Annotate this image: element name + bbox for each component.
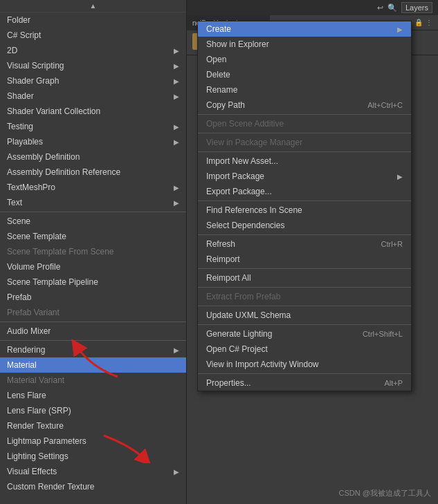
submenu-arrow-icon: ▶ [174, 199, 179, 207]
right-menu-item-label: Rename [206, 85, 237, 95]
menu-item-label: Audio Mixer [7, 326, 51, 336]
left-menu-item[interactable]: Lightmap Parameters [0, 433, 186, 449]
right-menu-item-label: Properties... [206, 378, 251, 388]
submenu-arrow-icon: ▶ [397, 173, 403, 180]
left-menu-item[interactable]: Visual Effects▶ [0, 464, 186, 479]
left-menu-item[interactable]: Text▶ [0, 195, 186, 210]
left-menu-item[interactable]: Assembly Definition Reference [0, 165, 186, 180]
left-menu-item: Prefab Variant [0, 305, 186, 320]
right-context-menu: Create▶Show in ExplorerOpenDeleteRenameC… [197, 21, 412, 391]
left-menu-item[interactable]: Testing▶ [0, 119, 186, 134]
left-menu-item[interactable]: 2D▶ [0, 43, 186, 58]
right-menu-item[interactable]: Import New Asset... [198, 153, 411, 169]
search-icon[interactable]: 🔍 [387, 3, 397, 12]
right-menu-item[interactable]: Update UXML Schema [198, 308, 411, 323]
right-menu-item[interactable]: Properties...Alt+P [198, 375, 411, 391]
menu-item-label: 2D [7, 46, 17, 55]
left-menu-item[interactable]: Custom Render Texture [0, 479, 186, 494]
left-menu-item[interactable]: Prefab [0, 290, 186, 305]
left-menu-item[interactable]: Material [0, 357, 186, 373]
right-menu-item[interactable]: Select Dependencies [198, 218, 411, 233]
right-menu-item-label: Generate Lighting [206, 329, 272, 339]
left-create-menu: ▲ FolderC# Script2D▶Visual Scripting▶Sha… [0, 0, 187, 504]
left-menu-item[interactable]: Shader Variant Collection [0, 104, 186, 119]
right-menu-item-label: Reimport All [206, 273, 251, 283]
right-menu-item[interactable]: Delete [198, 67, 411, 82]
menu-item-label: Lightmap Parameters [7, 436, 86, 446]
right-menu-separator [198, 151, 411, 152]
menu-item-label: Scene Template [7, 232, 66, 241]
right-menu-item-label: Copy Path [206, 100, 245, 110]
left-menu-item[interactable]: Rendering▶ [0, 342, 186, 357]
right-menu-item[interactable]: Rename [198, 82, 411, 97]
left-menu-item[interactable]: Shader▶ [0, 88, 186, 104]
menu-item-label: Shader Graph [7, 76, 59, 86]
right-menu-item-label: View in Import Activity Window [206, 360, 319, 369]
left-menu-item[interactable]: Shader Graph▶ [0, 73, 186, 88]
right-menu-item[interactable]: Reimport All [198, 270, 411, 286]
left-menu-item[interactable]: Playables▶ [0, 134, 186, 149]
right-menu-item-label: Open Scene Additive [206, 119, 284, 129]
left-menu-item[interactable]: Scene Template [0, 229, 186, 244]
menu-item-label: Visual Effects [7, 467, 57, 476]
menu-item-label: Playables [7, 137, 43, 147]
right-menu-separator [198, 200, 411, 201]
left-menu-item[interactable]: Volume Profile [0, 259, 186, 274]
left-menu-item[interactable]: Lighting Settings [0, 449, 186, 464]
menu-item-label: TextMeshPro [7, 183, 55, 192]
left-menu-item[interactable]: Visual Scripting▶ [0, 58, 186, 73]
menu-item-label: Volume Profile [7, 262, 60, 272]
right-menu-item-label: View in Package Manager [206, 138, 302, 147]
right-menu-item: Extract From Prefab [198, 289, 411, 304]
right-menu-item-label: Export Package... [206, 187, 272, 196]
right-menu-item[interactable]: Export Package... [198, 184, 411, 199]
right-menu-item[interactable]: Create▶ [198, 21, 411, 37]
menu-item-label: Lighting Settings [7, 451, 69, 461]
right-menu-separator [198, 133, 411, 133]
left-menu-item[interactable]: C# Script [0, 28, 186, 43]
menu-item-label: Scene Template From Scene [7, 247, 114, 256]
menu-item-label: Prefab [7, 292, 31, 302]
left-menu-item[interactable]: Lens Flare [0, 388, 186, 403]
shortcut-label: Alt+Ctrl+C [367, 101, 403, 109]
menu-item-label: Testing [7, 122, 33, 131]
left-menu-item[interactable]: Folder [0, 12, 186, 28]
right-menu-item[interactable]: Open [198, 52, 411, 67]
right-menu-item[interactable]: View in Import Activity Window [198, 357, 411, 372]
right-menu-item[interactable]: Copy PathAlt+Ctrl+C [198, 97, 411, 113]
right-menu-item[interactable]: Open C# Project [198, 342, 411, 357]
shortcut-label: Ctrl+Shift+L [363, 330, 403, 338]
undo-icon[interactable]: ↩ [377, 3, 383, 12]
right-menu-item-label: Extract From Prefab [206, 292, 280, 301]
left-menu-item[interactable]: Assembly Definition [0, 149, 186, 165]
menu-separator [0, 321, 186, 322]
right-menu-item[interactable]: Import Package▶ [198, 169, 411, 184]
right-menu-item[interactable]: Reimport [198, 252, 411, 267]
left-menu-item[interactable]: TextMeshPro▶ [0, 180, 186, 195]
left-menu-item[interactable]: Render Texture [0, 418, 186, 433]
right-menu-item[interactable]: RefreshCtrl+R [198, 236, 411, 252]
right-menu-separator [198, 324, 411, 325]
left-menu-item[interactable]: Audio Mixer [0, 324, 186, 339]
submenu-arrow-icon: ▶ [174, 123, 179, 131]
right-menu-item-label: Update UXML Schema [206, 310, 291, 320]
right-menu-item[interactable]: Generate LightingCtrl+Shift+L [198, 326, 411, 342]
settings-icon[interactable]: ⋮ [426, 19, 432, 26]
right-menu-separator [198, 234, 411, 235]
menu-item-label: Shader Variant Collection [7, 106, 100, 116]
lock-icon[interactable]: 🔒 [414, 19, 423, 26]
left-menu-item[interactable]: Scene Template Pipeline [0, 274, 186, 290]
left-menu-item: Material Variant [0, 373, 186, 388]
layers-button[interactable]: Layers [401, 2, 432, 13]
left-menu-item[interactable]: Lens Flare (SRP) [0, 403, 186, 418]
right-menu-item[interactable]: Find References In Scene [198, 203, 411, 218]
menu-item-label: Assembly Definition [7, 152, 80, 162]
left-menu-item[interactable]: Scene [0, 214, 186, 229]
right-menu-separator [198, 373, 411, 374]
watermark: CSDN @我被迫成了工具人 [339, 488, 431, 498]
menu-item-label: Lens Flare [7, 391, 46, 400]
menu-item-label: Visual Scripting [7, 61, 64, 71]
right-menu-item[interactable]: Show in Explorer [198, 37, 411, 52]
right-menu-item: Open Scene Additive [198, 116, 411, 131]
scroll-up-arrow[interactable]: ▲ [0, 0, 186, 12]
